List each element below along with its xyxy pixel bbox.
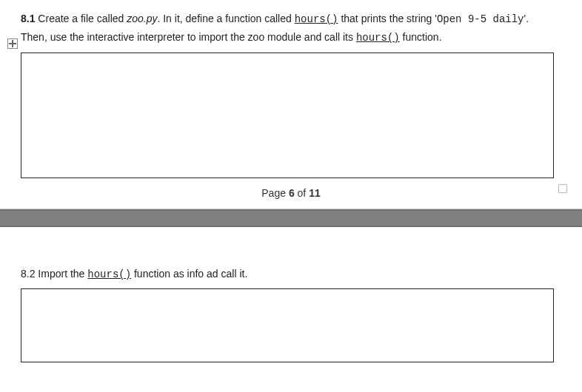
page-lower: 8.2 Import the hours() function as info … <box>0 227 582 362</box>
q81-text3: that prints the string ' <box>338 13 437 24</box>
table-move-handle-icon[interactable] <box>7 38 18 49</box>
q81-line2-text2: function. <box>400 31 442 43</box>
q81-func1: hours() <box>295 13 338 25</box>
question-number-8-2: 8.2 <box>21 268 35 280</box>
q81-func2: hours() <box>356 32 400 44</box>
page-footer: Page 6 of 11 <box>0 178 582 209</box>
footer-current-page: 6 <box>289 187 295 199</box>
q81-text1: Create a file called <box>35 13 127 24</box>
footer-middle: of <box>295 187 309 199</box>
answer-box-8-2[interactable] <box>21 288 554 362</box>
page-upper: 8.1 Create a file called zoo.py. In it, … <box>0 0 582 178</box>
q81-line2-text1: Then, use the interactive interpreter to… <box>21 31 356 43</box>
q81-text2: . In it, define a function called <box>157 13 294 24</box>
question-8-1-line2: Then, use the interactive interpreter to… <box>21 29 567 46</box>
q82-func: hours() <box>87 268 131 280</box>
page-break <box>0 209 582 227</box>
q81-code-string: Open 9-5 daily <box>437 13 524 25</box>
footer-prefix: Page <box>261 187 289 199</box>
q82-text1: Import the <box>35 268 87 280</box>
q82-text2: function as info ad call it. <box>131 268 247 280</box>
answer-box-8-1[interactable] <box>21 53 554 178</box>
q81-filename: zoo.py <box>127 13 157 24</box>
question-8-2-line1: 8.2 Import the hours() function as info … <box>21 266 567 283</box>
question-number-8-1: 8.1 <box>21 13 35 24</box>
footer-total-pages: 11 <box>309 187 321 199</box>
question-8-1-line1: 8.1 Create a file called zoo.py. In it, … <box>21 10 567 27</box>
q81-text4: '. <box>524 13 529 24</box>
table-resize-handle-icon[interactable] <box>558 184 567 193</box>
